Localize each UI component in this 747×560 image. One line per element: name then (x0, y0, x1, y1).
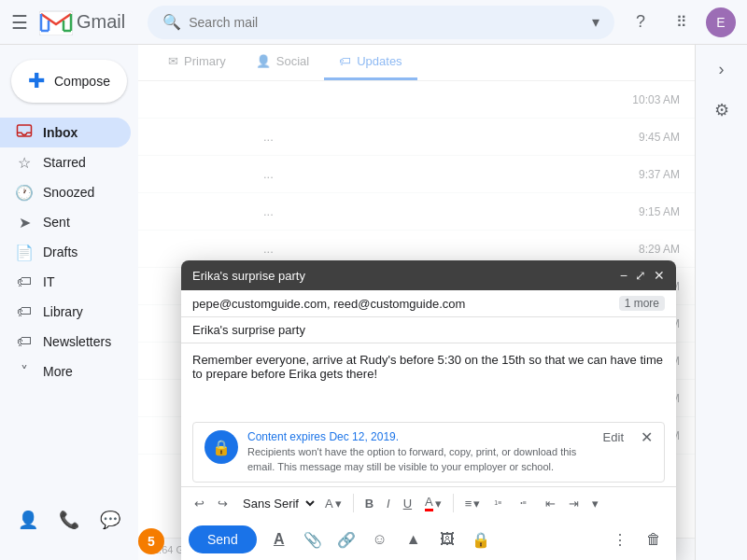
confidential-close-button[interactable]: ✕ (641, 428, 653, 446)
italic-button[interactable]: I (381, 493, 396, 514)
sidebar-item-it[interactable]: 🏷 IT (0, 267, 131, 297)
starred-icon: ☆ (15, 154, 34, 172)
content-area: ✉ Primary 👤 Social 🏷 Updates 10:03 AM ..… (138, 45, 695, 560)
toolbar-divider-2 (453, 494, 454, 512)
discard-button[interactable]: 🗑 (639, 525, 669, 554)
compose-header[interactable]: Erika's surprise party − ⤢ ✕ (181, 260, 676, 290)
formatting-icon: A (274, 531, 285, 548)
font-color-dropdown-icon: ▾ (435, 497, 442, 511)
numbered-list-button[interactable]: 1≡ (487, 493, 512, 513)
gmail-m-icon (39, 9, 73, 35)
right-panel-settings-button[interactable]: ⚙ (705, 93, 739, 127)
snoozed-icon: 🕐 (15, 184, 34, 202)
sidebar-label-sent: Sent (43, 215, 70, 230)
photo-button[interactable]: 🖼 (432, 525, 462, 554)
compose-subject-input[interactable] (192, 323, 665, 337)
svg-text:•≡: •≡ (521, 499, 528, 506)
more-recipients-badge[interactable]: 1 more (619, 296, 665, 311)
trash-icon: 🗑 (646, 531, 661, 548)
undo-button[interactable]: ↩ (189, 493, 210, 514)
close-icon[interactable]: ✕ (654, 268, 665, 283)
sidebar-label-it: IT (43, 274, 54, 289)
formatting-button[interactable]: A (264, 525, 294, 554)
right-panel: › ⚙ (695, 45, 747, 560)
more-chevron-icon: ˅ (15, 363, 34, 381)
search-input[interactable] (189, 15, 585, 30)
toolbar-divider-1 (353, 494, 354, 512)
sidebar-item-newsletters[interactable]: 🏷 Newsletters (0, 327, 131, 357)
compose-title: Erika's surprise party (192, 269, 305, 283)
search-icon: 🔍 (162, 13, 181, 31)
confidential-lock-icon: 🔒 (204, 430, 238, 464)
sidebar-label-starred: Starred (43, 155, 86, 170)
confidential-box: 🔒 Content expires Dec 12, 2019. Recipien… (192, 422, 665, 483)
font-family-select[interactable]: Sans Serif (235, 494, 317, 513)
emoji-button[interactable]: ☺ (365, 525, 395, 554)
send-button[interactable]: Send (189, 525, 257, 553)
drive-button[interactable]: ▲ (399, 525, 429, 554)
gmail-text: Gmail (77, 11, 125, 33)
help-button[interactable]: ? (624, 6, 657, 39)
sidebar-item-sent[interactable]: ➤ Sent (0, 207, 131, 237)
sidebar-label-inbox: Inbox (43, 125, 78, 140)
bottom-icons: 👤 📞 💬 (0, 502, 138, 538)
more-options-icon: ⋮ (613, 531, 627, 549)
confidential-button[interactable]: 🔒 (466, 525, 496, 554)
link-button[interactable]: 🔗 (331, 525, 361, 554)
more-toolbar-button[interactable]: ▾ (586, 493, 604, 514)
avatar[interactable]: E (706, 7, 736, 37)
confidential-title: Content expires Dec 12, 2019. (247, 430, 586, 443)
top-bar: ☰ Gmail 🔍 ▾ ? ⠿ E (0, 0, 747, 45)
apps-icon: ⠿ (676, 13, 687, 31)
sidebar-item-snoozed[interactable]: 🕐 Snoozed (0, 177, 131, 207)
attach-button[interactable]: 📎 (298, 525, 328, 554)
underline-button[interactable]: U (398, 493, 417, 514)
compose-body[interactable]: Remember everyone, arrive at Rudy's befo… (181, 343, 676, 418)
search-bar[interactable]: 🔍 ▾ (148, 6, 614, 39)
svg-text:1≡: 1≡ (495, 499, 502, 506)
search-expand-icon[interactable]: ▾ (592, 13, 599, 31)
sidebar-label-drafts: Drafts (43, 245, 78, 259)
bold-button[interactable]: B (359, 493, 379, 514)
actions-right: ⋮ 🗑 (605, 525, 669, 554)
compose-subject-row[interactable] (181, 317, 676, 343)
step-badge: 5 (138, 528, 164, 554)
contacts-icon[interactable]: 👤 (18, 510, 38, 530)
hangouts-icon[interactable]: 💬 (100, 510, 120, 530)
bullet-list-icon: •≡ (519, 497, 532, 510)
indent-more-button[interactable]: ⇥ (563, 493, 585, 514)
compose-button[interactable]: ✚ Compose (11, 60, 127, 103)
confidential-icon: 🔒 (472, 531, 490, 549)
sidebar-item-starred[interactable]: ☆ Starred (0, 147, 131, 177)
compose-to-row[interactable]: pepe@customguide.com, reed@customguide.c… (181, 290, 676, 317)
sidebar-item-drafts[interactable]: 📄 Drafts (0, 237, 131, 267)
compose-modal: Erika's surprise party − ⤢ ✕ pepe@custom… (181, 260, 676, 560)
font-color-icon: A (425, 495, 433, 511)
sent-icon: ➤ (15, 214, 34, 231)
font-color-button[interactable]: A ▾ (419, 491, 447, 515)
confidential-description: Recipients won't have the option to forw… (247, 445, 586, 474)
compose-toolbar: ↩ ↪ Sans Serif A ▾ B I U A ▾ (181, 486, 676, 519)
meet-icon[interactable]: 📞 (59, 510, 79, 530)
inbox-icon (15, 122, 34, 143)
expand-icon[interactable]: ⤢ (635, 268, 646, 283)
sidebar-item-more[interactable]: ˅ More (0, 357, 131, 386)
bullet-list-button[interactable]: •≡ (514, 493, 538, 513)
indent-less-button[interactable]: ⇤ (540, 493, 561, 514)
font-size-button[interactable]: A ▾ (319, 493, 347, 514)
link-icon: 🔗 (337, 531, 356, 549)
apps-button[interactable]: ⠿ (665, 6, 698, 39)
sidebar-item-library[interactable]: 🏷 Library (0, 297, 131, 327)
redo-button[interactable]: ↪ (212, 493, 233, 514)
more-options-button[interactable]: ⋮ (605, 525, 635, 554)
menu-icon[interactable]: ☰ (11, 11, 28, 34)
collapse-right-panel-button[interactable]: › (705, 52, 739, 86)
drafts-icon: 📄 (15, 244, 34, 261)
minimize-icon[interactable]: − (620, 268, 627, 283)
align-button[interactable]: ≡ ▾ (459, 493, 486, 514)
confidential-content: Content expires Dec 12, 2019. Recipients… (247, 430, 586, 474)
confidential-edit-button[interactable]: Edit (596, 430, 631, 444)
sidebar-item-inbox[interactable]: Inbox (0, 118, 131, 147)
compose-plus-icon: ✚ (28, 71, 45, 91)
sidebar-label-snoozed: Snoozed (43, 185, 94, 200)
